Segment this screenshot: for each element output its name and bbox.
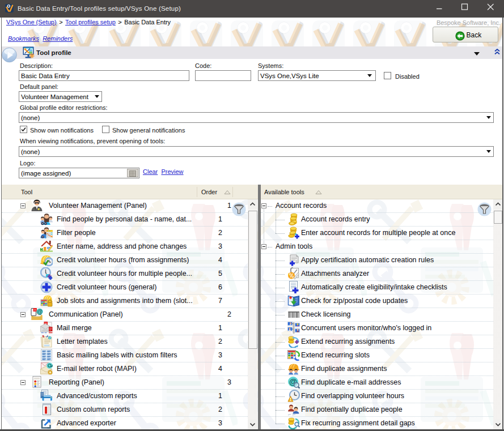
svg-text:@: @	[37, 308, 43, 315]
